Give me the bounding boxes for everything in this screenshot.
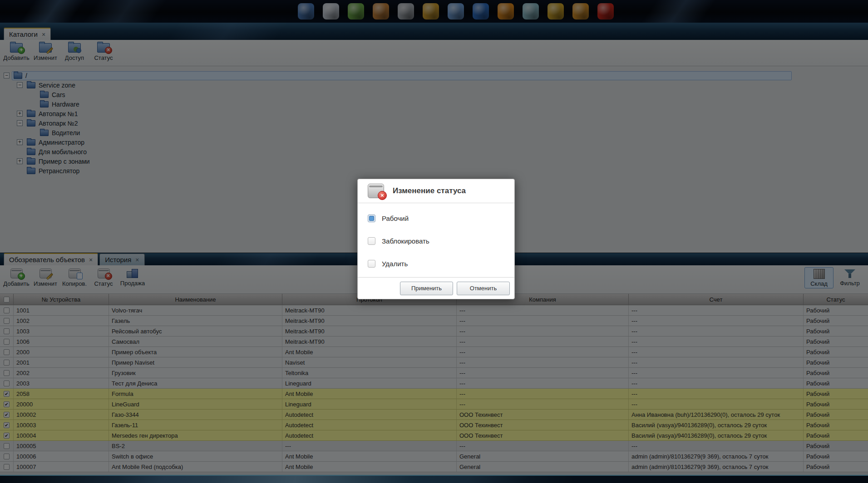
- status-option-block[interactable]: Заблокировать: [368, 229, 514, 252]
- checkbox-fill-icon: [369, 216, 374, 221]
- cancel-button[interactable]: Отменить: [457, 282, 510, 295]
- delete-checkbox[interactable]: [368, 260, 375, 268]
- status-dialog-title: Изменение статуса: [393, 186, 466, 195]
- status-dialog-footer: Применить Отменить: [358, 277, 514, 299]
- status-dialog: × Изменение статуса Рабочий Заблокироват…: [357, 179, 515, 299]
- status-scroll-icon: ×: [368, 184, 384, 198]
- block-checkbox[interactable]: [368, 237, 375, 245]
- apply-button[interactable]: Применить: [400, 282, 453, 295]
- status-option-label: Заблокировать: [382, 237, 429, 245]
- status-option-label: Удалить: [382, 260, 408, 268]
- status-option-label: Рабочий: [382, 215, 409, 222]
- red-cross-badge-icon: ×: [378, 191, 387, 200]
- application-window: Каталоги × +ДобавитьИзменитДоступ×Статус…: [0, 0, 868, 483]
- status-dialog-header: × Изменение статуса: [358, 179, 514, 203]
- status-option-delete[interactable]: Удалить: [368, 252, 514, 275]
- status-option-working[interactable]: Рабочий: [368, 207, 514, 229]
- status-dialog-body: Рабочий Заблокировать Удалить: [358, 203, 514, 275]
- working-checkbox[interactable]: [368, 215, 375, 222]
